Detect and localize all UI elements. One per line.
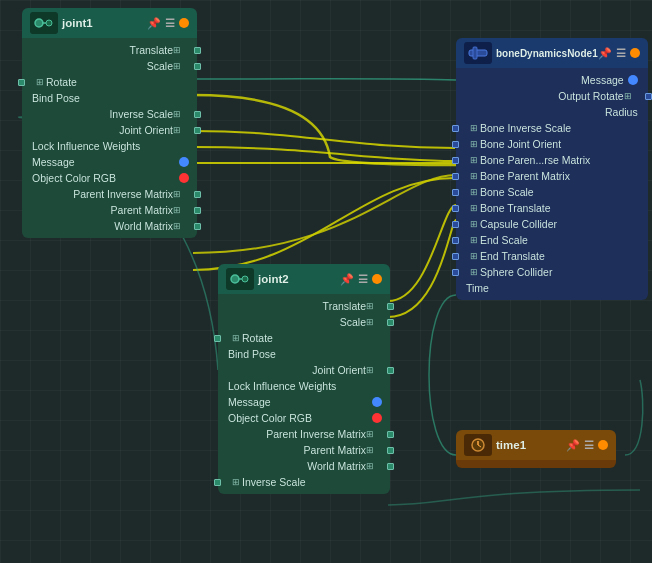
joint2-row-scale: Scale ⊞ xyxy=(218,314,390,330)
joint1-parentinv-expand: ⊞ xyxy=(173,189,181,199)
joint1-scale-expand: ⊞ xyxy=(173,61,181,71)
joint1-actions: 📌 ☰ xyxy=(147,17,189,30)
joint1-row-inversescale: Inverse Scale ⊞ xyxy=(22,106,197,122)
joint1-row-worldmat: World Matrix ⊞ xyxy=(22,218,197,234)
joint2-row-lockweights: Lock Influence Weights xyxy=(218,378,390,394)
joint1-row-parentmat: Parent Matrix ⊞ xyxy=(22,202,197,218)
bd-outputrotate-port[interactable] xyxy=(645,93,652,100)
bd-row-outputrotate: Output Rotate ⊞ xyxy=(456,88,648,104)
time1-node: time1 📌 ☰ xyxy=(456,430,616,468)
joint1-parentinv-port[interactable] xyxy=(194,191,201,198)
joint2-row-objcolor: Object Color RGB xyxy=(218,410,390,426)
joint1-row-rotate: ⊞ Rotate xyxy=(22,74,197,90)
svg-rect-6 xyxy=(469,50,487,56)
joint1-row-lockweights: Lock Influence Weights xyxy=(22,138,197,154)
time1-menu-icon[interactable]: ☰ xyxy=(584,439,594,452)
joint2-inversescale-port[interactable] xyxy=(214,479,221,486)
bd-bonescale-port[interactable] xyxy=(452,189,459,196)
joint2-icon xyxy=(226,268,254,290)
joint2-objcolor-dot xyxy=(372,413,382,423)
bonedynamics-body: Message Output Rotate ⊞ Radius ⊞ Bone In… xyxy=(456,68,648,300)
joint2-parentmat-port[interactable] xyxy=(387,447,394,454)
joint1-menu-icon[interactable]: ☰ xyxy=(165,17,175,30)
bonedynamics-title: boneDynamicsNode1 xyxy=(496,48,598,59)
joint2-header[interactable]: joint2 📌 ☰ xyxy=(218,264,390,294)
joint2-menu-icon[interactable]: ☰ xyxy=(358,273,368,286)
joint1-row-parentinv: Parent Inverse Matrix ⊞ xyxy=(22,186,197,202)
joint1-parentmat-port[interactable] xyxy=(194,207,201,214)
joint1-header[interactable]: joint1 📌 ☰ xyxy=(22,8,197,38)
bd-row-bonejointorient: ⊞ Bone Joint Orient xyxy=(456,136,648,152)
bd-row-time: Time xyxy=(456,280,648,296)
bd-bonetranslate-port[interactable] xyxy=(452,205,459,212)
joint1-body: Translate ⊞ Scale ⊞ ⊞ Rotate Bind Pose I… xyxy=(22,38,197,238)
joint2-parentinv-port[interactable] xyxy=(387,431,394,438)
joint2-jointorient-port[interactable] xyxy=(387,367,394,374)
joint2-rotate-port[interactable] xyxy=(214,335,221,342)
joint2-worldmat-port[interactable] xyxy=(387,463,394,470)
joint1-worldmat-port[interactable] xyxy=(194,223,201,230)
bd-boneinversescale-port[interactable] xyxy=(452,125,459,132)
bonedynamics-icon xyxy=(464,42,492,64)
bd-row-bonescale: ⊞ Bone Scale xyxy=(456,184,648,200)
bd-capsulecollider-port[interactable] xyxy=(452,221,459,228)
joint2-row-message: Message xyxy=(218,394,390,410)
joint2-pin-icon[interactable]: 📌 xyxy=(340,273,354,286)
joint1-parentmat-expand: ⊞ xyxy=(173,205,181,215)
joint1-translate-expand: ⊞ xyxy=(173,45,181,55)
svg-point-4 xyxy=(242,276,248,282)
bd-boneparentmat-port[interactable] xyxy=(452,173,459,180)
joint1-translate-port[interactable] xyxy=(194,47,201,54)
joint2-row-parentinv: Parent Inverse Matrix ⊞ xyxy=(218,426,390,442)
bonedynamics-pin-icon[interactable]: 📌 xyxy=(598,47,612,60)
joint1-pin-icon[interactable]: 📌 xyxy=(147,17,161,30)
bd-endtranslate-port[interactable] xyxy=(452,253,459,260)
bd-row-boneparentinv: ⊞ Bone Paren...rse Matrix xyxy=(456,152,648,168)
joint2-scale-port[interactable] xyxy=(387,319,394,326)
bd-spherecollider-port[interactable] xyxy=(452,269,459,276)
bd-message-dot xyxy=(628,75,638,85)
bd-row-radius: Radius xyxy=(456,104,648,120)
joint1-row-scale: Scale ⊞ xyxy=(22,58,197,74)
joint2-row-jointorient: Joint Orient ⊞ xyxy=(218,362,390,378)
joint2-message-dot xyxy=(372,397,382,407)
joint1-worldmat-expand: ⊞ xyxy=(173,221,181,231)
joint1-inversescale-port[interactable] xyxy=(194,111,201,118)
time1-pin-icon[interactable]: 📌 xyxy=(566,439,580,452)
joint2-title: joint2 xyxy=(258,273,289,285)
joint2-translate-port[interactable] xyxy=(387,303,394,310)
bonedynamics-menu-icon[interactable]: ☰ xyxy=(616,47,626,60)
joint2-actions: 📌 ☰ xyxy=(340,273,382,286)
time1-body xyxy=(456,460,616,468)
joint1-icon xyxy=(30,12,58,34)
joint1-rotate-port[interactable] xyxy=(18,79,25,86)
time1-header-dot xyxy=(598,440,608,450)
time1-icon xyxy=(464,434,492,456)
bonedynamics-header[interactable]: boneDynamicsNode1 📌 ☰ xyxy=(456,38,648,68)
svg-point-1 xyxy=(46,20,52,26)
joint1-jointorient-port[interactable] xyxy=(194,127,201,134)
svg-point-3 xyxy=(231,275,239,283)
bonedynamics-actions: 📌 ☰ xyxy=(598,47,640,60)
bd-row-endscale: ⊞ End Scale xyxy=(456,232,648,248)
joint2-row-translate: Translate ⊞ xyxy=(218,298,390,314)
joint2-row-worldmat: World Matrix ⊞ xyxy=(218,458,390,474)
joint1-scale-port[interactable] xyxy=(194,63,201,70)
bd-row-boneinversescale: ⊞ Bone Inverse Scale xyxy=(456,120,648,136)
joint1-title: joint1 xyxy=(62,17,93,29)
bd-bonejointorient-port[interactable] xyxy=(452,141,459,148)
joint1-row-bindpose: Bind Pose xyxy=(22,90,197,106)
time1-header[interactable]: time1 📌 ☰ xyxy=(456,430,616,460)
bd-endscale-port[interactable] xyxy=(452,237,459,244)
joint1-node: joint1 📌 ☰ Translate ⊞ Scale ⊞ ⊞ Rotate … xyxy=(22,8,197,238)
joint1-row-translate: Translate ⊞ xyxy=(22,42,197,58)
joint1-row-jointorient: Joint Orient ⊞ xyxy=(22,122,197,138)
bd-row-bonetranslate: ⊞ Bone Translate xyxy=(456,200,648,216)
bonedynamics-header-dot xyxy=(630,48,640,58)
joint2-row-rotate: ⊞ Rotate xyxy=(218,330,390,346)
bd-row-boneparentmat: ⊞ Bone Parent Matrix xyxy=(456,168,648,184)
bonedynamics-node: boneDynamicsNode1 📌 ☰ Message Output Rot… xyxy=(456,38,648,300)
time1-actions: 📌 ☰ xyxy=(566,439,608,452)
joint1-row-message: Message xyxy=(22,154,197,170)
bd-boneparentinv-port[interactable] xyxy=(452,157,459,164)
